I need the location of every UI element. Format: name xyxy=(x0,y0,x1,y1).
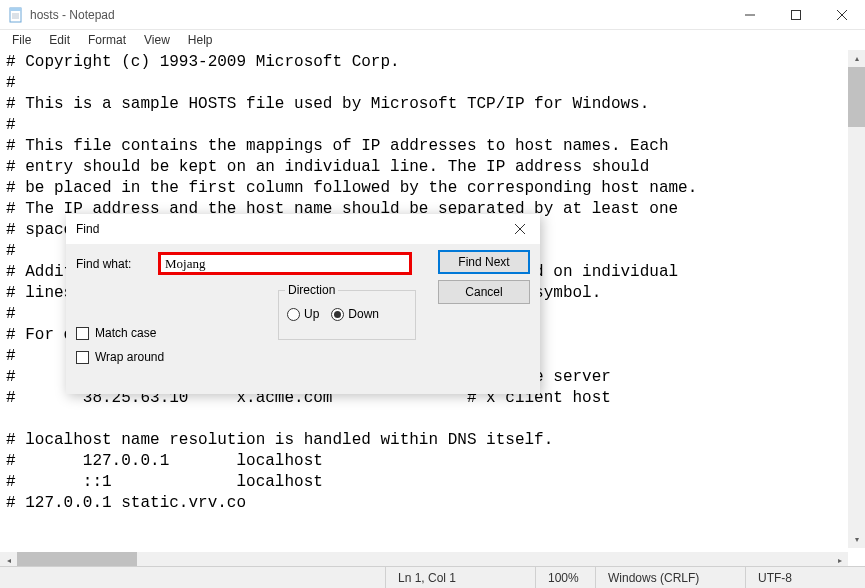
scroll-up-arrow[interactable]: ▴ xyxy=(848,50,865,67)
menu-bar: File Edit Format View Help xyxy=(0,30,865,50)
wrap-around-label: Wrap around xyxy=(95,350,164,364)
find-titlebar[interactable]: Find xyxy=(66,214,540,244)
find-title-text: Find xyxy=(76,222,99,236)
checkbox-icon xyxy=(76,327,89,340)
checkbox-icon xyxy=(76,351,89,364)
direction-group: Direction Up Down xyxy=(278,290,416,340)
find-what-input[interactable] xyxy=(158,252,412,275)
close-button[interactable] xyxy=(819,0,865,30)
find-what-label: Find what: xyxy=(76,257,148,271)
menu-format[interactable]: Format xyxy=(80,31,134,49)
radio-up-icon xyxy=(287,308,300,321)
scroll-v-thumb[interactable] xyxy=(848,67,865,127)
menu-file[interactable]: File xyxy=(4,31,39,49)
menu-view[interactable]: View xyxy=(136,31,178,49)
menu-edit[interactable]: Edit xyxy=(41,31,78,49)
scroll-down-arrow[interactable]: ▾ xyxy=(848,531,865,548)
status-position: Ln 1, Col 1 xyxy=(385,567,535,588)
menu-help[interactable]: Help xyxy=(180,31,221,49)
find-next-button[interactable]: Find Next xyxy=(438,250,530,274)
svg-rect-1 xyxy=(10,8,21,11)
status-eol: Windows (CRLF) xyxy=(595,567,745,588)
wrap-around-checkbox[interactable]: Wrap around xyxy=(76,350,164,364)
notepad-icon xyxy=(8,7,24,23)
match-case-checkbox[interactable]: Match case xyxy=(76,326,164,340)
direction-label: Direction xyxy=(285,283,338,297)
radio-up[interactable]: Up xyxy=(287,307,319,321)
status-bar: Ln 1, Col 1 100% Windows (CRLF) UTF-8 xyxy=(0,566,865,588)
title-left: hosts - Notepad xyxy=(0,7,115,23)
svg-rect-6 xyxy=(792,10,801,19)
match-case-label: Match case xyxy=(95,326,156,340)
status-zoom: 100% xyxy=(535,567,595,588)
radio-down-label: Down xyxy=(348,307,379,321)
find-dialog: Find Find what: Find Next Cancel Directi… xyxy=(66,214,540,394)
radio-up-label: Up xyxy=(304,307,319,321)
window-controls xyxy=(727,0,865,30)
window-title: hosts - Notepad xyxy=(30,8,115,22)
maximize-button[interactable] xyxy=(773,0,819,30)
find-close-button[interactable] xyxy=(506,218,534,240)
radio-down[interactable]: Down xyxy=(331,307,379,321)
minimize-button[interactable] xyxy=(727,0,773,30)
title-bar: hosts - Notepad xyxy=(0,0,865,30)
cancel-button[interactable]: Cancel xyxy=(438,280,530,304)
status-encoding: UTF-8 xyxy=(745,567,865,588)
vertical-scrollbar[interactable]: ▴ ▾ xyxy=(848,50,865,548)
radio-down-icon xyxy=(331,308,344,321)
